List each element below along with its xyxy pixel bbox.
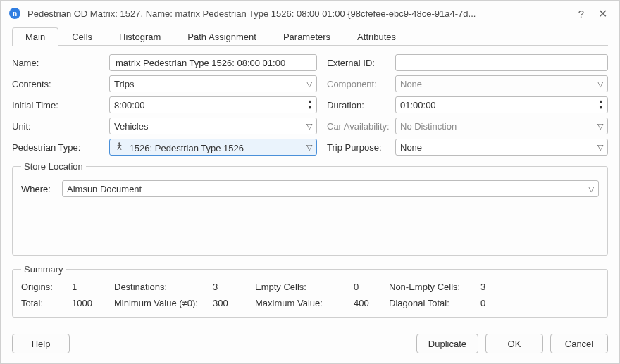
tab-attributes[interactable]: Attributes	[344, 27, 409, 46]
car-availability-label: Car Availability:	[323, 121, 390, 132]
summary-group: Summary Origins: 1 Destinations: 3 Empty…	[12, 264, 608, 318]
diag-total-label: Diagonal Total:	[389, 298, 480, 308]
pedestrian-type-select[interactable]: 1526: Pedestrian Type 1526 ▽	[109, 139, 317, 156]
duration-spinner[interactable]: 01:00:00 ▲▼	[395, 96, 608, 113]
tab-cells[interactable]: Cells	[58, 27, 106, 46]
unit-select[interactable]: Vehicles ▽	[109, 118, 317, 134]
pedestrian-type-value: 1526: Pedestrian Type 1526	[130, 142, 244, 153]
help-button[interactable]: Help	[12, 334, 70, 353]
pedestrian-icon	[114, 142, 124, 151]
app-icon: n	[9, 8, 20, 19]
store-location-legend: Store Location	[21, 161, 86, 172]
where-label: Where:	[21, 184, 56, 194]
spin-down-icon[interactable]: ▼	[305, 105, 315, 111]
store-location-group: Store Location Where: Aimsun Document ▽	[12, 161, 608, 256]
empty-cells-label: Empty Cells:	[255, 282, 354, 292]
max-value-value: 400	[354, 298, 389, 308]
where-select[interactable]: Aimsun Document ▽	[62, 180, 599, 197]
component-label: Component:	[323, 79, 390, 89]
total-value: 1000	[72, 298, 114, 308]
origins-label: Origins:	[21, 282, 72, 292]
summary-legend: Summary	[21, 264, 66, 275]
external-id-input[interactable]	[395, 54, 608, 71]
tab-histogram[interactable]: Histogram	[106, 27, 174, 46]
tab-path-assignment[interactable]: Path Assignment	[174, 27, 270, 46]
content-area: Main Cells Histogram Path Assignment Par…	[1, 26, 619, 331]
chevron-down-icon: ▽	[597, 122, 603, 131]
window-title: Pedestrian OD Matrix: 1527, Name: matrix…	[27, 8, 567, 19]
car-availability-select[interactable]: No Distinction ▽	[395, 118, 608, 134]
chevron-down-icon: ▽	[306, 122, 312, 131]
trip-purpose-label: Trip Purpose:	[323, 142, 390, 153]
diag-total-value: 0	[480, 298, 502, 308]
contents-select[interactable]: Trips ▽	[109, 75, 317, 92]
total-label: Total:	[21, 298, 72, 308]
trip-purpose-select[interactable]: None ▽	[395, 139, 608, 156]
min-value-label: Minimum Value (≠0):	[114, 298, 213, 308]
empty-cells-value: 0	[354, 282, 389, 292]
cancel-button[interactable]: Cancel	[550, 334, 608, 353]
non-empty-cells-label: Non-Empty Cells:	[389, 282, 480, 292]
help-icon[interactable]: ?	[574, 6, 588, 20]
svg-point-0	[118, 142, 120, 144]
origins-value: 1	[72, 282, 114, 292]
close-icon[interactable]: ✕	[595, 6, 609, 20]
pedestrian-type-label: Pedestrian Type:	[12, 142, 104, 153]
tab-bar: Main Cells Histogram Path Assignment Par…	[12, 26, 608, 46]
destinations-value: 3	[213, 282, 255, 292]
contents-label: Contents:	[12, 79, 104, 89]
chevron-down-icon: ▽	[597, 80, 603, 89]
initial-time-spinner[interactable]: 8:00:00 ▲▼	[109, 96, 317, 113]
name-input[interactable]	[109, 54, 317, 71]
dialog-footer: Help Duplicate OK Cancel	[1, 331, 619, 363]
tab-main[interactable]: Main	[12, 27, 58, 46]
non-empty-cells-value: 3	[480, 282, 502, 292]
titlebar: n Pedestrian OD Matrix: 1527, Name: matr…	[1, 1, 619, 26]
name-label: Name:	[12, 58, 104, 68]
tab-parameters[interactable]: Parameters	[270, 27, 344, 46]
initial-time-label: Initial Time:	[12, 100, 104, 111]
dialog-window: n Pedestrian OD Matrix: 1527, Name: matr…	[0, 0, 620, 364]
main-tab-panel: Name: External ID: Contents:	[12, 46, 608, 318]
unit-label: Unit:	[12, 121, 104, 132]
chevron-down-icon: ▽	[306, 80, 312, 89]
duplicate-button[interactable]: Duplicate	[416, 334, 478, 353]
chevron-down-icon: ▽	[588, 184, 594, 194]
chevron-down-icon: ▽	[597, 143, 603, 152]
component-select[interactable]: None ▽	[395, 75, 608, 92]
chevron-down-icon: ▽	[306, 143, 312, 152]
external-id-label: External ID:	[323, 58, 390, 68]
destinations-label: Destinations:	[114, 282, 213, 292]
ok-button[interactable]: OK	[485, 334, 543, 353]
duration-label: Duration:	[323, 100, 390, 111]
max-value-label: Maximum Value:	[255, 298, 354, 308]
spin-down-icon[interactable]: ▼	[596, 105, 606, 111]
min-value-value: 300	[213, 298, 255, 308]
